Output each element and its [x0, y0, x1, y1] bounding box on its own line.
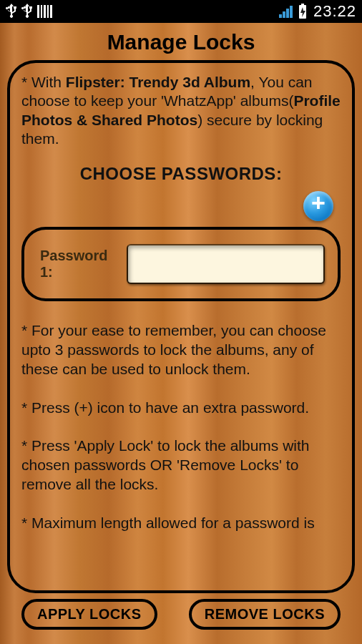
intro-prefix: * With — [21, 74, 66, 90]
choose-passwords-title: CHOOSE PASSWORDS: — [21, 164, 341, 184]
svg-rect-5 — [279, 14, 282, 18]
usb-icon — [21, 4, 33, 19]
password-box: Password 1: — [21, 227, 341, 301]
password-1-label: Password 1: — [40, 248, 119, 280]
status-right: 23:22 — [279, 2, 356, 21]
svg-rect-8 — [290, 6, 293, 18]
usb-icon — [6, 4, 17, 19]
intro-text: * With Flipster: Trendy 3d Album, You ca… — [21, 73, 341, 148]
password-1-input[interactable] — [127, 244, 325, 284]
main-card: * With Flipster: Trendy 3d Album, You ca… — [7, 60, 355, 593]
intro-app-name: Flipster: Trendy 3d Album — [66, 74, 250, 90]
svg-rect-10 — [301, 4, 304, 5]
signal-icon — [279, 5, 295, 18]
status-left — [6, 4, 53, 19]
add-password-row — [21, 191, 341, 221]
svg-rect-1 — [41, 5, 42, 18]
footer: APPLY LOCKS REMOVE LOCKS — [7, 593, 355, 637]
barcode-icon — [37, 5, 53, 18]
svg-rect-6 — [283, 11, 285, 18]
battery-icon — [298, 4, 308, 19]
status-time: 23:22 — [313, 2, 356, 21]
svg-rect-0 — [37, 5, 39, 18]
apply-locks-button[interactable]: APPLY LOCKS — [21, 599, 157, 630]
svg-rect-2 — [44, 5, 46, 18]
svg-rect-7 — [286, 9, 289, 18]
content: Manage Locks * With Flipster: Trendy 3d … — [0, 23, 362, 644]
add-password-button[interactable] — [303, 191, 333, 221]
status-bar: 23:22 — [0, 0, 362, 23]
remove-locks-button[interactable]: REMOVE LOCKS — [189, 599, 341, 630]
help-text: * For your ease to remember, you can cho… — [21, 321, 341, 533]
svg-rect-4 — [50, 5, 52, 18]
svg-rect-3 — [47, 5, 49, 18]
page-title: Manage Locks — [7, 30, 355, 54]
